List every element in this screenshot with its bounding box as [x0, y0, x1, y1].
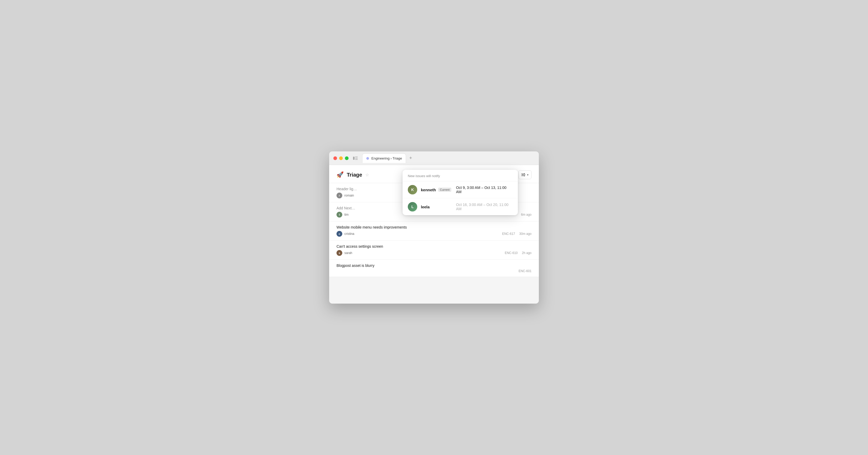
issue-time: 2h ago: [522, 251, 531, 255]
active-tab[interactable]: ⊕ Engineering › Triage: [362, 153, 406, 163]
issue-author: r romain: [337, 193, 354, 198]
popover-row-leela[interactable]: L leela Oct 16, 3:00 AM – Oct 20, 11:00 …: [403, 198, 518, 215]
issue-meta: c cristina ENC-617 30m ago: [337, 231, 531, 237]
svg-rect-0: [353, 157, 354, 160]
author-avatar: r: [337, 193, 342, 198]
maximize-button[interactable]: [345, 157, 348, 160]
author-name: cristina: [344, 232, 354, 236]
issue-time: 6m ago: [521, 213, 531, 217]
minimize-button[interactable]: [339, 157, 343, 160]
issue-id: ENC-617: [502, 232, 515, 236]
popover-name-leela: leela: [421, 205, 452, 209]
tab-icon: ⊕: [366, 156, 369, 160]
issue-title: Blogpost asset is blurry: [337, 263, 531, 268]
view-options-button[interactable]: ▾: [518, 170, 531, 179]
issue-id-time: ENC-601: [519, 269, 531, 273]
close-button[interactable]: [333, 157, 337, 160]
svg-rect-3: [355, 159, 358, 160]
tab-bar: ⊕ Engineering › Triage +: [362, 153, 535, 163]
issue-author: c cristina: [337, 231, 354, 237]
current-badge: Current: [438, 188, 452, 192]
popover-row-kenneth[interactable]: K kenneth Current Oct 9, 3:00 AM – Oct 1…: [403, 181, 518, 198]
issue-id-time: ENC-617 30m ago: [502, 232, 531, 236]
author-avatar: c: [337, 231, 342, 237]
issue-meta: s sarah ENC-610 2h ago: [337, 250, 531, 256]
svg-point-10: [522, 174, 523, 175]
svg-point-13: [524, 175, 525, 176]
favorite-button[interactable]: ☆: [365, 172, 369, 177]
app-window: ⊕ Engineering › Triage + 🚀 Triage ☆ K: [329, 151, 539, 304]
oncall-popover: New issues will notify K kenneth Current…: [403, 170, 518, 215]
traffic-lights: [333, 157, 348, 160]
page-title: Triage: [347, 172, 362, 178]
popover-name-kenneth: kenneth Current: [421, 188, 452, 192]
issue-author: s sarah: [337, 250, 352, 256]
view-dropdown-arrow: ▾: [527, 173, 529, 177]
page-title-icon: 🚀: [337, 171, 344, 178]
author-avatar: s: [337, 250, 342, 256]
sidebar-toggle[interactable]: [352, 154, 359, 162]
titlebar: ⊕ Engineering › Triage +: [329, 151, 539, 165]
author-name: tim: [344, 213, 348, 217]
issue-meta: ENC-601: [337, 269, 531, 273]
popover-date-leela: Oct 16, 3:00 AM – Oct 20, 11:00 AM: [456, 203, 513, 211]
issue-title: Website mobile menu needs improvements: [337, 225, 531, 229]
popover-avatar-leela: L: [408, 202, 417, 211]
new-tab-button[interactable]: +: [407, 154, 414, 162]
issue-id-time: 6m ago: [521, 213, 531, 217]
author-avatar: t: [337, 212, 342, 218]
svg-point-8: [524, 173, 525, 174]
popover-header: New issues will notify: [403, 170, 518, 181]
author-name: sarah: [344, 251, 352, 255]
tab-label: Engineering › Triage: [371, 157, 402, 160]
svg-rect-2: [355, 158, 358, 159]
issue-time: 30m ago: [519, 232, 531, 236]
issue-author: t tim: [337, 212, 348, 218]
svg-rect-1: [355, 157, 358, 157]
issue-item[interactable]: Website mobile menu needs improvements c…: [329, 222, 539, 240]
issue-title: Can't access settings screen: [337, 244, 531, 249]
issue-id: ENC-601: [519, 269, 531, 273]
popover-avatar-kenneth: K: [408, 185, 417, 194]
author-name: romain: [344, 194, 354, 197]
issue-item[interactable]: Can't access settings screen s sarah ENC…: [329, 240, 539, 260]
issue-id-time: ENC-610 2h ago: [505, 251, 531, 255]
issue-id: ENC-610: [505, 251, 518, 255]
issue-item[interactable]: Blogpost asset is blurry ENC-601: [329, 260, 539, 277]
popover-date-kenneth: Oct 9, 3:00 AM – Oct 13, 11:00 AM: [456, 186, 513, 194]
